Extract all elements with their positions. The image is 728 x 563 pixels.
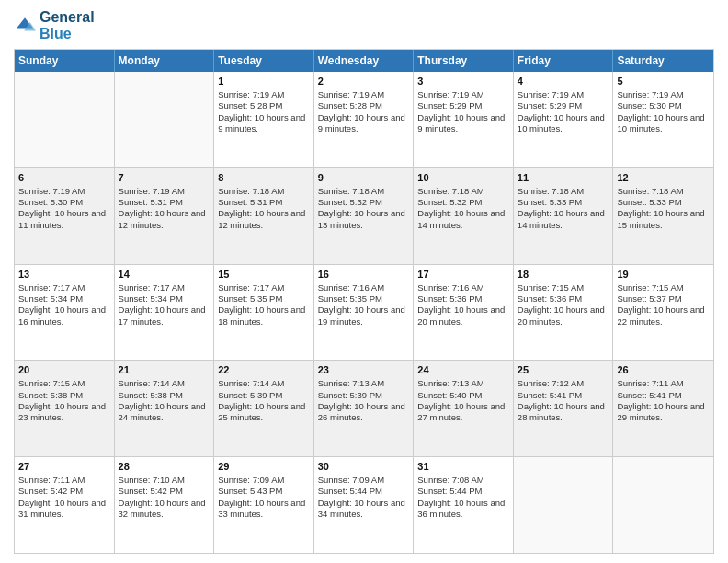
calendar-empty-cell [613,457,713,553]
day-number: 27 [18,460,110,474]
day-info: Sunrise: 7:15 AMSunset: 5:36 PMDaylight:… [518,282,609,327]
calendar-day-25: 25Sunrise: 7:12 AMSunset: 5:41 PMDayligh… [514,361,614,456]
calendar-body: 1Sunrise: 7:19 AMSunset: 5:28 PMDaylight… [15,72,713,553]
day-info: Sunrise: 7:14 AMSunset: 5:39 PMDaylight:… [218,378,310,423]
calendar-week-1: 1Sunrise: 7:19 AMSunset: 5:28 PMDaylight… [15,72,713,167]
calendar-day-11: 11Sunrise: 7:18 AMSunset: 5:33 PMDayligh… [514,168,614,264]
day-info: Sunrise: 7:19 AMSunset: 5:31 PMDaylight:… [119,186,210,231]
calendar-day-24: 24Sunrise: 7:13 AMSunset: 5:40 PMDayligh… [414,361,514,456]
calendar-day-19: 19Sunrise: 7:15 AMSunset: 5:37 PMDayligh… [613,265,713,361]
day-info: Sunrise: 7:19 AMSunset: 5:30 PMDaylight:… [617,89,710,134]
day-number: 21 [119,363,210,377]
day-number: 8 [218,171,310,185]
day-number: 17 [417,268,509,282]
day-info: Sunrise: 7:17 AMSunset: 5:34 PMDaylight:… [119,282,210,327]
calendar-day-4: 4Sunrise: 7:19 AMSunset: 5:29 PMDaylight… [514,72,614,167]
day-info: Sunrise: 7:17 AMSunset: 5:34 PMDaylight:… [18,282,110,327]
calendar-day-26: 26Sunrise: 7:11 AMSunset: 5:41 PMDayligh… [613,361,713,456]
calendar-day-10: 10Sunrise: 7:18 AMSunset: 5:32 PMDayligh… [414,168,514,264]
calendar-day-27: 27Sunrise: 7:11 AMSunset: 5:42 PMDayligh… [15,457,115,553]
day-info: Sunrise: 7:18 AMSunset: 5:32 PMDaylight:… [318,186,410,231]
day-info: Sunrise: 7:16 AMSunset: 5:35 PMDaylight:… [318,282,410,327]
day-number: 9 [318,171,410,185]
day-info: Sunrise: 7:15 AMSunset: 5:38 PMDaylight:… [18,378,110,423]
calendar-header-day-wednesday: Wednesday [314,50,415,72]
day-number: 24 [417,363,509,377]
calendar-header-day-thursday: Thursday [414,50,514,72]
day-number: 19 [617,268,710,282]
day-number: 16 [318,268,410,282]
calendar-week-5: 27Sunrise: 7:11 AMSunset: 5:42 PMDayligh… [15,456,713,553]
day-number: 18 [518,268,609,282]
day-number: 20 [18,363,110,377]
day-number: 30 [318,460,410,474]
day-info: Sunrise: 7:11 AMSunset: 5:41 PMDaylight:… [617,378,710,423]
calendar-day-21: 21Sunrise: 7:14 AMSunset: 5:38 PMDayligh… [115,361,215,456]
day-info: Sunrise: 7:19 AMSunset: 5:30 PMDaylight:… [18,186,110,231]
day-info: Sunrise: 7:17 AMSunset: 5:35 PMDaylight:… [218,282,310,327]
calendar-day-12: 12Sunrise: 7:18 AMSunset: 5:33 PMDayligh… [613,168,713,264]
calendar-day-31: 31Sunrise: 7:08 AMSunset: 5:44 PMDayligh… [414,457,514,553]
calendar-header-day-monday: Monday [115,50,215,72]
calendar-day-3: 3Sunrise: 7:19 AMSunset: 5:29 PMDaylight… [414,72,514,167]
calendar-day-18: 18Sunrise: 7:15 AMSunset: 5:36 PMDayligh… [514,265,614,361]
calendar-empty-cell [514,457,614,553]
logo: General Blue [14,9,95,41]
calendar-day-9: 9Sunrise: 7:18 AMSunset: 5:32 PMDaylight… [314,168,415,264]
day-info: Sunrise: 7:13 AMSunset: 5:40 PMDaylight:… [417,378,509,423]
day-number: 12 [617,171,710,185]
calendar-day-5: 5Sunrise: 7:19 AMSunset: 5:30 PMDaylight… [613,72,713,167]
day-number: 4 [518,75,609,88]
day-info: Sunrise: 7:18 AMSunset: 5:31 PMDaylight:… [218,186,310,231]
calendar-empty-cell [15,72,115,167]
day-number: 29 [218,460,310,474]
day-info: Sunrise: 7:18 AMSunset: 5:33 PMDaylight:… [617,186,710,231]
day-number: 6 [18,171,110,185]
day-info: Sunrise: 7:11 AMSunset: 5:42 PMDaylight:… [18,475,110,520]
day-number: 31 [417,460,509,474]
calendar-day-20: 20Sunrise: 7:15 AMSunset: 5:38 PMDayligh… [15,361,115,456]
day-number: 25 [518,363,609,377]
logo-icon [14,15,36,37]
calendar-day-1: 1Sunrise: 7:19 AMSunset: 5:28 PMDaylight… [214,72,314,167]
day-number: 26 [617,363,710,377]
calendar-day-2: 2Sunrise: 7:19 AMSunset: 5:28 PMDaylight… [314,72,415,167]
day-info: Sunrise: 7:19 AMSunset: 5:28 PMDaylight:… [218,89,310,134]
calendar-day-30: 30Sunrise: 7:09 AMSunset: 5:44 PMDayligh… [314,457,415,553]
calendar: SundayMondayTuesdayWednesdayThursdayFrid… [14,49,714,554]
day-info: Sunrise: 7:08 AMSunset: 5:44 PMDaylight:… [417,475,509,520]
calendar-week-2: 6Sunrise: 7:19 AMSunset: 5:30 PMDaylight… [15,167,713,264]
day-number: 1 [218,75,310,88]
day-info: Sunrise: 7:19 AMSunset: 5:29 PMDaylight:… [417,89,509,134]
day-info: Sunrise: 7:13 AMSunset: 5:39 PMDaylight:… [318,378,410,423]
day-info: Sunrise: 7:19 AMSunset: 5:29 PMDaylight:… [518,89,609,134]
day-number: 15 [218,268,310,282]
day-info: Sunrise: 7:10 AMSunset: 5:42 PMDaylight:… [119,475,210,520]
day-info: Sunrise: 7:16 AMSunset: 5:36 PMDaylight:… [417,282,509,327]
day-number: 13 [18,268,110,282]
day-info: Sunrise: 7:18 AMSunset: 5:32 PMDaylight:… [417,186,509,231]
calendar-day-23: 23Sunrise: 7:13 AMSunset: 5:39 PMDayligh… [314,361,415,456]
day-number: 11 [518,171,609,185]
calendar-empty-cell [115,72,215,167]
calendar-day-13: 13Sunrise: 7:17 AMSunset: 5:34 PMDayligh… [15,265,115,361]
calendar-day-17: 17Sunrise: 7:16 AMSunset: 5:36 PMDayligh… [414,265,514,361]
day-info: Sunrise: 7:15 AMSunset: 5:37 PMDaylight:… [617,282,710,327]
day-info: Sunrise: 7:12 AMSunset: 5:41 PMDaylight:… [518,378,609,423]
calendar-day-8: 8Sunrise: 7:18 AMSunset: 5:31 PMDaylight… [214,168,314,264]
day-info: Sunrise: 7:09 AMSunset: 5:44 PMDaylight:… [318,475,410,520]
calendar-day-28: 28Sunrise: 7:10 AMSunset: 5:42 PMDayligh… [115,457,215,553]
calendar-header-day-tuesday: Tuesday [214,50,314,72]
calendar-day-6: 6Sunrise: 7:19 AMSunset: 5:30 PMDaylight… [15,168,115,264]
day-number: 10 [417,171,509,185]
day-info: Sunrise: 7:14 AMSunset: 5:38 PMDaylight:… [119,378,210,423]
calendar-week-3: 13Sunrise: 7:17 AMSunset: 5:34 PMDayligh… [15,264,713,361]
calendar-header-day-saturday: Saturday [613,50,713,72]
day-info: Sunrise: 7:18 AMSunset: 5:33 PMDaylight:… [518,186,609,231]
calendar-header-day-friday: Friday [514,50,614,72]
day-number: 23 [318,363,410,377]
day-info: Sunrise: 7:19 AMSunset: 5:28 PMDaylight:… [318,89,410,134]
day-number: 28 [119,460,210,474]
calendar-day-16: 16Sunrise: 7:16 AMSunset: 5:35 PMDayligh… [314,265,415,361]
page: General Blue SundayMondayTuesdayWednesda… [0,0,728,563]
